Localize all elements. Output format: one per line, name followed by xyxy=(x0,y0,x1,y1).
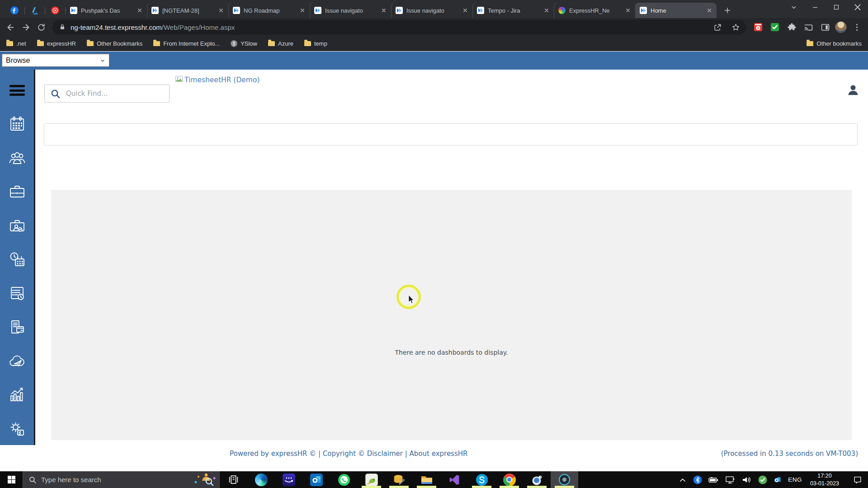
extension-video-downloader-button[interactable] xyxy=(751,20,765,34)
bookmark-label: .net xyxy=(16,40,26,47)
close-window-button[interactable] xyxy=(847,0,868,14)
expresshr-favicon xyxy=(558,7,566,14)
bookmark-temp[interactable]: temp xyxy=(304,40,327,47)
site-logo-broken-image-link[interactable]: TimesheetHR (Demo) xyxy=(175,76,259,84)
taskbar-notepad-plus-plus-button[interactable] xyxy=(358,471,385,488)
outlook-tray-icon[interactable] xyxy=(773,475,782,484)
taskbar-task-view-button[interactable] xyxy=(220,471,247,488)
browse-select[interactable]: Browse xyxy=(2,54,109,67)
tab-close-icon[interactable] xyxy=(217,6,225,14)
taskbar-clock[interactable]: 17:20 03-01-2023 xyxy=(808,472,841,487)
antivirus-ok-icon[interactable] xyxy=(758,475,767,484)
back-button[interactable] xyxy=(3,19,18,35)
tab-close-icon[interactable] xyxy=(136,6,144,14)
folder-icon xyxy=(807,41,813,46)
cast-button[interactable] xyxy=(802,20,815,34)
hidden-icons-chevron[interactable] xyxy=(678,475,687,484)
taskbar-search-input[interactable] xyxy=(41,476,188,483)
quick-find-input[interactable] xyxy=(66,89,164,98)
side-panel-button[interactable] xyxy=(818,20,832,34)
address-bar[interactable]: ng-team24.test.expresshr.com/Web/Pages/H… xyxy=(52,20,746,35)
pinned-tab-facebook[interactable] xyxy=(5,3,24,18)
taskbar-ssms-button[interactable] xyxy=(385,471,413,488)
bookmark-dotnet[interactable]: .net xyxy=(6,40,26,47)
visual-studio-icon xyxy=(448,474,460,486)
sidebar-item-payroll[interactable] xyxy=(7,317,27,337)
extensions-menu-button[interactable] xyxy=(785,20,798,34)
forward-button[interactable] xyxy=(18,19,33,35)
taskbar-screen-recorder-button-active[interactable] xyxy=(551,471,578,488)
pinned-tab-youtube-music[interactable] xyxy=(45,3,65,18)
new-tab-button[interactable] xyxy=(721,4,734,17)
footer-processing-info: (Processed in 0.13 seconds on VM-T003) xyxy=(721,450,858,458)
taskbar-skype-button[interactable] xyxy=(468,471,495,488)
tab-close-icon[interactable] xyxy=(380,6,388,14)
video-extension-icon xyxy=(753,22,763,32)
taskbar-chrome-button[interactable] xyxy=(495,471,523,488)
bookmark-star-button[interactable] xyxy=(729,20,742,34)
taskbar-file-explorer-button[interactable] xyxy=(413,471,440,488)
taskbar-tortoise-svn-button[interactable] xyxy=(523,471,551,488)
cast-icon xyxy=(804,23,813,32)
language-indicator[interactable]: ENG xyxy=(788,476,802,483)
taskbar-visual-studio-button[interactable] xyxy=(440,471,468,488)
tab-close-icon[interactable] xyxy=(705,6,713,14)
profile-avatar[interactable] xyxy=(835,21,847,33)
share-button[interactable] xyxy=(711,20,724,34)
other-bookmarks-button[interactable]: Other bookmarks xyxy=(807,40,862,47)
tab-close-icon[interactable] xyxy=(298,6,307,14)
bookmark-yslow[interactable]: YSlow xyxy=(231,40,257,47)
tab-expresshr[interactable]: ExpressHR_Ne xyxy=(554,3,635,18)
taskbar-edge-button[interactable] xyxy=(247,471,275,488)
tab-ng-roadmap[interactable]: NG Roadmap xyxy=(228,3,310,18)
tab-close-icon[interactable] xyxy=(461,6,469,14)
sidebar-item-reports[interactable] xyxy=(7,385,27,405)
taskbar-search-box[interactable] xyxy=(23,471,220,488)
sidebar-item-timesheet[interactable] xyxy=(7,283,27,303)
extension-checker-button[interactable] xyxy=(768,20,782,34)
quick-find-box[interactable] xyxy=(44,84,170,103)
taskbar-outlook-button[interactable] xyxy=(302,471,330,488)
maximize-icon xyxy=(833,4,840,10)
page-footer: Powered by expressHR © | Copyright © Dis… xyxy=(0,445,868,471)
sidebar-item-organization[interactable] xyxy=(7,182,27,202)
tab-close-icon[interactable] xyxy=(624,6,632,14)
tab-home-active[interactable]: Home xyxy=(635,3,717,18)
bookmark-from-internet-explorer[interactable]: From Internet Explo... xyxy=(153,40,220,47)
taskbar-amazon-music-button[interactable] xyxy=(275,471,302,488)
tab-issue-navigator-1[interactable]: Issue navigato xyxy=(310,3,391,18)
sidebar-menu-button[interactable] xyxy=(9,85,25,96)
profile-menu-button[interactable] xyxy=(846,83,860,97)
bluetooth-icon[interactable] xyxy=(693,475,702,484)
volume-icon[interactable] xyxy=(741,475,752,484)
tab-pushpaks-dashboard[interactable]: Pushpak's Das xyxy=(66,3,147,18)
sidebar-item-leave-requests[interactable] xyxy=(7,351,27,371)
maximize-button[interactable] xyxy=(826,0,847,14)
sidebar-item-time-attendance[interactable] xyxy=(7,249,27,269)
sidebar-item-settings[interactable] xyxy=(7,419,27,439)
sidebar-item-team[interactable] xyxy=(7,148,27,168)
bookmark-azure[interactable]: Azure xyxy=(268,40,293,47)
minimize-button[interactable] xyxy=(804,0,826,14)
tab-search-button[interactable] xyxy=(783,0,804,14)
bookmark-expresshr[interactable]: expressHR xyxy=(37,40,76,47)
action-center-icon[interactable] xyxy=(853,475,863,485)
battery-icon[interactable] xyxy=(708,475,719,484)
tab-title: Home xyxy=(651,7,702,14)
bookmark-other-bookmarks-folder[interactable]: Other Bookmarks xyxy=(87,40,142,47)
tab-close-icon[interactable] xyxy=(542,6,551,14)
footer-links[interactable]: Powered by expressHR © | Copyright © Dis… xyxy=(230,450,467,458)
tab-tempo-jira[interactable]: Tempo - Jira xyxy=(472,3,554,18)
start-button[interactable] xyxy=(0,471,23,488)
taskbar-whatsapp-button[interactable] xyxy=(330,471,358,488)
display-network-icon[interactable] xyxy=(725,475,736,484)
tab-issue-navigator-2[interactable]: Issue navigato xyxy=(391,3,472,18)
url-text[interactable]: ng-team24.test.expresshr.com/Web/Pages/H… xyxy=(71,23,706,31)
reload-button[interactable] xyxy=(33,19,49,35)
sidebar-item-recruitment[interactable] xyxy=(7,216,27,235)
pinned-tab-azure-devops[interactable] xyxy=(25,3,45,18)
sidebar-item-calendar[interactable] xyxy=(7,114,27,134)
chrome-menu-button[interactable] xyxy=(850,20,863,34)
search-highlights-art[interactable] xyxy=(192,471,218,488)
tab-ngteam-28[interactable]: [NGTEAM-28] xyxy=(147,3,228,18)
